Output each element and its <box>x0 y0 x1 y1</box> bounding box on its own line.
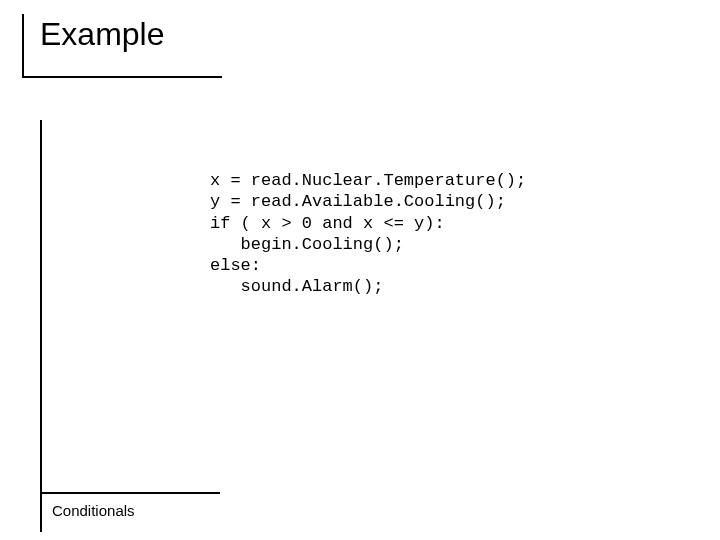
slide-title: Example <box>40 16 165 53</box>
slide: Example x = read.Nuclear.Temperature(); … <box>0 0 720 540</box>
footer-label: Conditionals <box>52 502 135 519</box>
code-block: x = read.Nuclear.Temperature(); y = read… <box>210 170 526 298</box>
body-left-rule <box>40 120 42 500</box>
